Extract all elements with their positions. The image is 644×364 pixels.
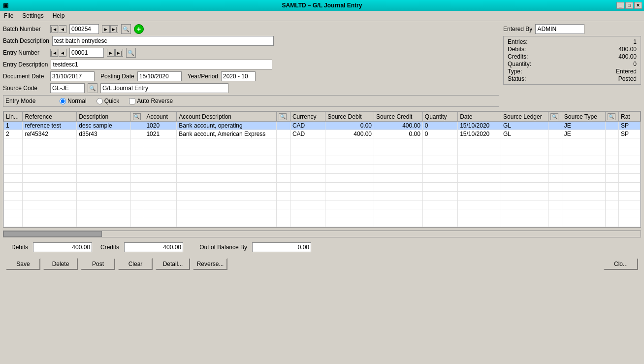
col-acct-search[interactable]: 🔍 xyxy=(277,112,290,122)
table-cell-empty xyxy=(130,183,144,192)
table-cell-empty xyxy=(177,192,277,200)
normal-radio[interactable] xyxy=(60,98,66,104)
entry-search-btn[interactable]: 🔍 xyxy=(126,48,136,58)
table-cell-empty xyxy=(177,183,277,192)
table-cell-empty xyxy=(618,174,640,183)
source-search-btn[interactable]: 🔍 xyxy=(88,83,97,93)
horizontal-scrollbar[interactable] xyxy=(3,231,641,237)
auto-reverse-checkbox[interactable] xyxy=(129,98,135,104)
table-cell-empty xyxy=(144,138,177,147)
entry-prev-btn[interactable]: ◄ xyxy=(59,49,66,57)
entry-last-btn[interactable]: ►| xyxy=(115,49,123,57)
table-cell-empty xyxy=(422,147,457,156)
year-period-input[interactable] xyxy=(221,71,256,81)
table-cell-empty xyxy=(548,174,562,183)
table-cell: 1020 xyxy=(144,122,177,130)
debits-label: Debits: xyxy=(508,46,562,53)
detail-button[interactable]: Detail... xyxy=(156,258,190,270)
table-cell-empty xyxy=(548,200,562,209)
source-code-row: Source Code 🔍 xyxy=(3,83,499,93)
table-cell-empty xyxy=(177,218,277,227)
col-date: Date xyxy=(458,112,501,122)
table-cell-empty xyxy=(422,200,457,209)
col-type-search[interactable]: 🔍 xyxy=(605,112,618,122)
table-cell-empty xyxy=(23,183,77,192)
batch-description-input[interactable] xyxy=(52,36,274,46)
ledger-search-icon[interactable]: 🔍 xyxy=(550,113,558,120)
maximize-btn[interactable]: □ xyxy=(625,2,633,9)
post-button[interactable]: Post xyxy=(81,258,115,270)
batch-prev-btn[interactable]: ◄ xyxy=(59,25,66,33)
quick-radio-label[interactable]: Quick xyxy=(97,98,120,104)
table-cell-empty xyxy=(325,156,374,165)
table-cell-empty xyxy=(605,147,618,156)
delete-button[interactable]: Delete xyxy=(43,258,78,270)
batch-number-input[interactable] xyxy=(69,24,99,34)
table-cell-empty xyxy=(277,156,290,165)
source-description-input[interactable] xyxy=(100,83,228,93)
credits-value: 400.00 xyxy=(567,53,637,60)
entry-next-btn[interactable]: ► xyxy=(107,49,115,57)
entry-description-input[interactable] xyxy=(51,60,272,69)
table-cell: 0 xyxy=(422,122,457,130)
table-cell-empty xyxy=(562,165,605,174)
normal-label: Normal xyxy=(67,98,87,104)
table-cell-empty xyxy=(23,138,77,147)
batch-search-btn[interactable]: 🔍 xyxy=(121,24,131,34)
quick-radio[interactable] xyxy=(97,98,103,104)
entered-by-row: Entered By xyxy=(503,24,641,34)
batch-next-btn[interactable]: ► xyxy=(102,25,110,33)
entries-label: Entries: xyxy=(508,38,562,45)
table-cell-empty xyxy=(605,138,618,147)
table-row-empty xyxy=(4,156,641,165)
close-btn[interactable]: ✕ xyxy=(634,2,642,9)
batch-last-btn[interactable]: ►| xyxy=(110,25,118,33)
table-row[interactable]: 1reference testdesc sample1020Bank accou… xyxy=(4,122,641,130)
batch-first-btn[interactable]: |◄ xyxy=(50,25,58,33)
col-ledger-search[interactable]: 🔍 xyxy=(548,112,562,122)
menu-help[interactable]: Help xyxy=(51,12,67,20)
document-date-input[interactable] xyxy=(50,71,95,81)
minimize-btn[interactable]: _ xyxy=(616,2,624,9)
entry-number-input[interactable] xyxy=(69,48,104,58)
out-of-balance-input[interactable] xyxy=(252,242,311,252)
normal-radio-label[interactable]: Normal xyxy=(60,98,87,104)
scrollbar-thumb[interactable] xyxy=(3,231,102,237)
menu-settings[interactable]: Settings xyxy=(20,12,45,20)
clear-button[interactable]: Clear xyxy=(118,258,153,270)
table-cell: 0.00 xyxy=(325,122,374,130)
source-code-input[interactable] xyxy=(50,83,85,93)
table-row-empty xyxy=(4,209,641,218)
close-button[interactable]: Clo... xyxy=(604,258,638,270)
table-cell-empty xyxy=(422,174,457,183)
description-search-icon[interactable]: 🔍 xyxy=(133,113,141,120)
auto-reverse-label[interactable]: Auto Reverse xyxy=(129,98,173,104)
menu-file[interactable]: File xyxy=(2,12,15,20)
table-row-empty xyxy=(4,165,641,174)
col-desc-search[interactable]: 🔍 xyxy=(130,112,144,122)
table-cell-empty xyxy=(144,174,177,183)
totals-debits-input[interactable] xyxy=(33,242,92,252)
table-cell-empty xyxy=(144,209,177,218)
batch-add-btn[interactable]: + xyxy=(134,24,144,34)
entry-nav-group: |◄ ◄ xyxy=(50,49,66,57)
table-row[interactable]: 2ref45342d35r431021Bank account, America… xyxy=(4,130,641,138)
save-button[interactable]: Save xyxy=(6,258,40,270)
posting-date-input[interactable] xyxy=(137,71,182,81)
account-search-icon[interactable]: 🔍 xyxy=(279,113,287,120)
table-cell-empty xyxy=(325,200,374,209)
table-cell-empty xyxy=(374,147,423,156)
reverse-button[interactable]: Reverse... xyxy=(193,258,227,270)
table-cell-empty xyxy=(501,209,548,218)
totals-credits-input[interactable] xyxy=(124,242,183,252)
table-cell-empty xyxy=(4,156,23,165)
table-cell-empty xyxy=(4,192,23,200)
entry-first-btn[interactable]: |◄ xyxy=(50,49,58,57)
type-search-icon[interactable]: 🔍 xyxy=(608,113,615,120)
table-cell-empty xyxy=(277,209,290,218)
entered-by-input[interactable] xyxy=(535,24,584,34)
table-cell-empty xyxy=(130,218,144,227)
table-cell: 0 xyxy=(422,130,457,138)
table-cell-empty xyxy=(130,209,144,218)
table-cell-empty xyxy=(77,192,131,200)
